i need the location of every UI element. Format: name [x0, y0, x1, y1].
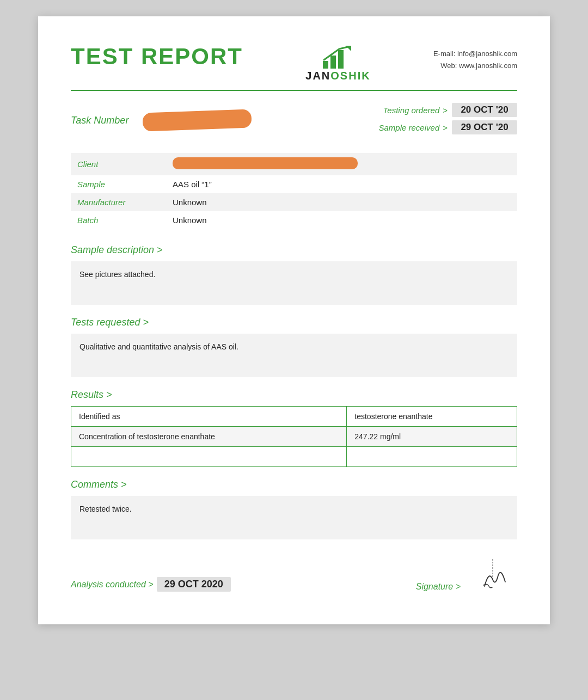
logo-text: JANOSHIK [305, 70, 370, 82]
report-page: TEST REPORT JANOSHIK E-mail: info@janosh… [38, 16, 550, 624]
client-label: Client [71, 153, 166, 175]
results-table: Identified as testosterone enanthate Con… [71, 406, 517, 467]
svg-rect-0 [323, 61, 328, 69]
header: TEST REPORT JANOSHIK E-mail: info@janosh… [71, 44, 517, 82]
sample-label: Sample [71, 175, 166, 193]
sample-received-row: Sample received > 29 OCT '20 [379, 120, 518, 134]
tests-requested-box: Qualitative and quantitative analysis of… [71, 334, 517, 377]
analysis-conducted-label: Analysis conducted > [71, 580, 154, 590]
comments-section: Comments > Retested twice. [71, 479, 517, 539]
client-value [166, 153, 517, 175]
sample-value: AAS oil “1” [166, 175, 517, 193]
task-number-redacted [143, 109, 252, 132]
task-number-label: Task Number [71, 115, 128, 126]
header-divider [71, 90, 517, 91]
sample-row: Sample AAS oil “1” [71, 175, 517, 193]
sample-received-arrow: > [443, 123, 448, 132]
sample-description-box: See pictures attached. [71, 261, 517, 305]
dates-block: Testing ordered > 20 OCT '20 Sample rece… [379, 103, 518, 138]
result-label-1: Identified as [71, 407, 347, 427]
svg-marker-3 [346, 46, 351, 51]
manufacturer-row: Manufacturer Unknown [71, 193, 517, 211]
tests-requested-text: Qualitative and quantitative analysis of… [79, 342, 238, 351]
sample-received-label: Sample received [379, 123, 440, 132]
logo-area: JANOSHIK [305, 46, 370, 82]
result-label-3 [71, 447, 347, 467]
analysis-conducted-date: 29 OCT 2020 [157, 577, 231, 592]
contact-email: E-mail: info@janoshik.com [433, 48, 517, 60]
result-value-3 [347, 447, 517, 467]
sample-description-heading: Sample description > [71, 244, 517, 256]
title-text: TEST REPORT [71, 44, 243, 69]
analysis-conducted-area: Analysis conducted > 29 OCT 2020 [71, 577, 231, 592]
testing-ordered-label: Testing ordered [383, 106, 440, 115]
logo-icon [322, 46, 354, 70]
result-value-1: testosterone enanthate [347, 407, 517, 427]
manufacturer-value: Unknown [166, 193, 517, 211]
result-row-3 [71, 447, 517, 467]
manufacturer-label: Manufacturer [71, 193, 166, 211]
svg-rect-2 [338, 50, 344, 69]
task-row: Task Number Testing ordered > 20 OCT '20… [71, 103, 517, 138]
results-heading: Results > [71, 389, 517, 401]
signature-area: Signature > [416, 559, 517, 592]
result-row-1: Identified as testosterone enanthate [71, 407, 517, 427]
client-row: Client [71, 153, 517, 175]
result-row-2: Concentration of testosterone enanthate … [71, 427, 517, 447]
header-contact: E-mail: info@janoshik.com Web: www.janos… [433, 48, 517, 72]
testing-ordered-arrow: > [443, 106, 448, 115]
sample-description-section: Sample description > See pictures attach… [71, 244, 517, 305]
sample-description-text: See pictures attached. [79, 270, 155, 279]
batch-row: Batch Unknown [71, 211, 517, 229]
testing-ordered-row: Testing ordered > 20 OCT '20 [379, 103, 518, 117]
tests-requested-heading: Tests requested > [71, 317, 517, 328]
sample-received-value: 29 OCT '20 [452, 120, 517, 134]
result-label-2: Concentration of testosterone enanthate [71, 427, 347, 447]
comments-text: Retested twice. [79, 505, 132, 513]
task-number-area: Task Number [71, 111, 252, 130]
comments-heading: Comments > [71, 479, 517, 490]
result-value-2: 247.22 mg/ml [347, 427, 517, 447]
report-title: TEST REPORT [71, 44, 243, 70]
batch-label: Batch [71, 211, 166, 229]
signature-image [468, 559, 517, 592]
signature-label: Signature > [416, 582, 461, 592]
tests-requested-section: Tests requested > Qualitative and quanti… [71, 317, 517, 377]
contact-web: Web: www.janoshik.com [433, 60, 517, 72]
footer-row: Analysis conducted > 29 OCT 2020 Signatu… [71, 559, 517, 592]
results-section: Results > Identified as testosterone ena… [71, 389, 517, 467]
info-table: Client Sample AAS oil “1” Manufacturer U… [71, 153, 517, 229]
batch-value: Unknown [166, 211, 517, 229]
svg-rect-1 [330, 56, 336, 69]
testing-ordered-value: 20 OCT '20 [452, 103, 517, 117]
client-redacted [173, 157, 358, 169]
comments-box: Retested twice. [71, 496, 517, 539]
